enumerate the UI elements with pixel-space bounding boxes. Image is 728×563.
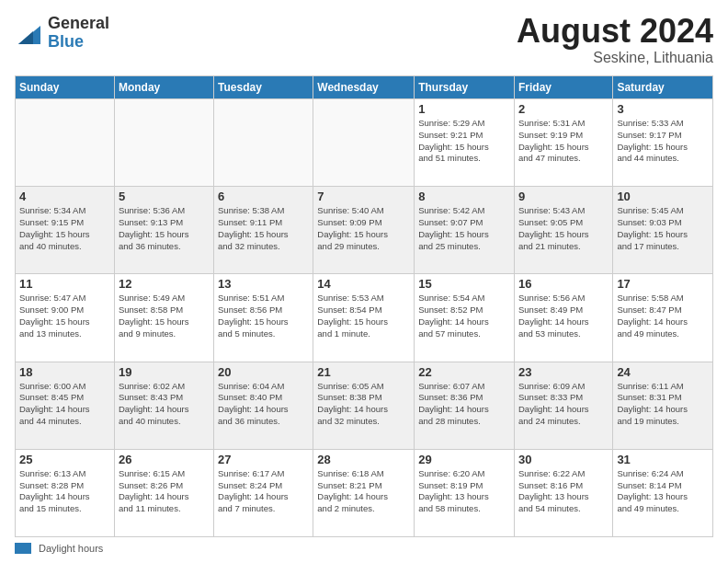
day-info: Sunrise: 5:31 AM Sunset: 9:19 PM Dayligh… [518, 118, 609, 165]
calendar-table: SundayMondayTuesdayWednesdayThursdayFrid… [15, 75, 713, 537]
logo-general-text: General [48, 15, 109, 33]
day-info: Sunrise: 5:38 AM Sunset: 9:11 PM Dayligh… [218, 205, 309, 252]
calendar-day-cell: 3Sunrise: 5:33 AM Sunset: 9:17 PM Daylig… [613, 99, 713, 187]
day-number: 30 [518, 453, 609, 466]
calendar-day-cell: 12Sunrise: 5:49 AM Sunset: 8:58 PM Dayli… [114, 274, 213, 362]
calendar-day-cell: 17Sunrise: 5:58 AM Sunset: 8:47 PM Dayli… [613, 274, 713, 362]
calendar-week-row: 25Sunrise: 6:13 AM Sunset: 8:28 PM Dayli… [16, 449, 713, 536]
day-number: 20 [218, 365, 309, 379]
calendar-day-cell: 2Sunrise: 5:31 AM Sunset: 9:19 PM Daylig… [514, 99, 612, 187]
header-day-sunday: Sunday [16, 76, 115, 99]
title-month: August 2024 [517, 15, 713, 48]
day-number: 15 [418, 277, 510, 291]
day-info: Sunrise: 6:15 AM Sunset: 8:26 PM Dayligh… [119, 468, 210, 515]
day-info: Sunrise: 6:04 AM Sunset: 8:40 PM Dayligh… [218, 381, 309, 428]
calendar-day-cell: 16Sunrise: 5:56 AM Sunset: 8:49 PM Dayli… [514, 274, 612, 362]
calendar-week-row: 18Sunrise: 6:00 AM Sunset: 8:45 PM Dayli… [16, 362, 713, 449]
day-info: Sunrise: 5:42 AM Sunset: 9:07 PM Dayligh… [418, 205, 510, 252]
day-info: Sunrise: 5:29 AM Sunset: 9:21 PM Dayligh… [418, 118, 510, 165]
day-info: Sunrise: 5:54 AM Sunset: 8:52 PM Dayligh… [418, 293, 510, 339]
calendar-day-cell: 31Sunrise: 6:24 AM Sunset: 8:14 PM Dayli… [613, 449, 713, 536]
day-number: 2 [518, 102, 609, 116]
calendar-day-cell: 1Sunrise: 5:29 AM Sunset: 9:21 PM Daylig… [415, 99, 515, 187]
calendar-day-cell: 15Sunrise: 5:54 AM Sunset: 8:52 PM Dayli… [415, 274, 515, 362]
header-day-tuesday: Tuesday [214, 76, 313, 99]
day-info: Sunrise: 6:07 AM Sunset: 8:36 PM Dayligh… [418, 381, 510, 428]
day-info: Sunrise: 6:02 AM Sunset: 8:43 PM Dayligh… [119, 381, 210, 428]
day-info: Sunrise: 5:36 AM Sunset: 9:13 PM Dayligh… [119, 205, 210, 252]
day-number: 1 [418, 102, 510, 116]
calendar-week-row: 11Sunrise: 5:47 AM Sunset: 9:00 PM Dayli… [16, 274, 713, 362]
calendar-day-cell: 18Sunrise: 6:00 AM Sunset: 8:45 PM Dayli… [16, 362, 115, 449]
day-number: 31 [617, 453, 709, 466]
logo: General Blue [15, 15, 109, 52]
day-number: 10 [617, 190, 709, 203]
day-number: 14 [317, 277, 410, 291]
calendar-header-row: SundayMondayTuesdayWednesdayThursdayFrid… [16, 76, 713, 99]
calendar-day-cell [313, 99, 415, 187]
calendar-day-cell: 30Sunrise: 6:22 AM Sunset: 8:16 PM Dayli… [514, 449, 612, 536]
calendar-day-cell: 20Sunrise: 6:04 AM Sunset: 8:40 PM Dayli… [214, 362, 313, 449]
day-number: 6 [218, 190, 309, 203]
footer: Daylight hours [15, 543, 713, 554]
calendar-week-row: 1Sunrise: 5:29 AM Sunset: 9:21 PM Daylig… [16, 99, 713, 187]
day-number: 19 [119, 365, 210, 379]
calendar-day-cell: 27Sunrise: 6:17 AM Sunset: 8:24 PM Dayli… [214, 449, 313, 536]
day-number: 25 [19, 453, 110, 466]
day-info: Sunrise: 5:56 AM Sunset: 8:49 PM Dayligh… [518, 293, 609, 339]
day-info: Sunrise: 5:51 AM Sunset: 8:56 PM Dayligh… [218, 293, 309, 339]
calendar-day-cell: 21Sunrise: 6:05 AM Sunset: 8:38 PM Dayli… [313, 362, 415, 449]
calendar-day-cell: 4Sunrise: 5:34 AM Sunset: 9:15 PM Daylig… [16, 187, 115, 274]
day-info: Sunrise: 5:47 AM Sunset: 9:00 PM Dayligh… [19, 293, 110, 339]
calendar-day-cell: 9Sunrise: 5:43 AM Sunset: 9:05 PM Daylig… [514, 187, 612, 274]
calendar-day-cell: 6Sunrise: 5:38 AM Sunset: 9:11 PM Daylig… [214, 187, 313, 274]
calendar-day-cell: 7Sunrise: 5:40 AM Sunset: 9:09 PM Daylig… [313, 187, 415, 274]
day-number: 29 [418, 453, 510, 466]
calendar-day-cell: 19Sunrise: 6:02 AM Sunset: 8:43 PM Dayli… [114, 362, 213, 449]
calendar-day-cell: 28Sunrise: 6:18 AM Sunset: 8:21 PM Dayli… [313, 449, 415, 536]
calendar-day-cell: 14Sunrise: 5:53 AM Sunset: 8:54 PM Dayli… [313, 274, 415, 362]
day-number: 8 [418, 190, 510, 203]
day-info: Sunrise: 5:34 AM Sunset: 9:15 PM Dayligh… [19, 205, 110, 252]
calendar-day-cell: 11Sunrise: 5:47 AM Sunset: 9:00 PM Dayli… [16, 274, 115, 362]
day-info: Sunrise: 5:53 AM Sunset: 8:54 PM Dayligh… [317, 293, 410, 339]
calendar-day-cell: 10Sunrise: 5:45 AM Sunset: 9:03 PM Dayli… [613, 187, 713, 274]
header-day-thursday: Thursday [415, 76, 515, 99]
header-day-friday: Friday [514, 76, 612, 99]
day-info: Sunrise: 6:20 AM Sunset: 8:19 PM Dayligh… [418, 468, 510, 515]
day-number: 21 [317, 365, 410, 379]
day-number: 7 [317, 190, 410, 203]
calendar-day-cell: 22Sunrise: 6:07 AM Sunset: 8:36 PM Dayli… [415, 362, 515, 449]
legend-label: Daylight hours [39, 543, 103, 554]
logo-text: General Blue [48, 15, 109, 52]
day-number: 22 [418, 365, 510, 379]
header: General Blue August 2024 Seskine, Lithua… [15, 15, 713, 66]
page: General Blue August 2024 Seskine, Lithua… [0, 0, 728, 563]
day-info: Sunrise: 5:45 AM Sunset: 9:03 PM Dayligh… [617, 205, 709, 252]
calendar-day-cell: 29Sunrise: 6:20 AM Sunset: 8:19 PM Dayli… [415, 449, 515, 536]
day-number: 3 [617, 102, 709, 116]
header-day-saturday: Saturday [613, 76, 713, 99]
day-info: Sunrise: 5:43 AM Sunset: 9:05 PM Dayligh… [518, 205, 609, 252]
day-number: 16 [518, 277, 609, 291]
day-number: 4 [19, 190, 110, 203]
calendar-day-cell [214, 99, 313, 187]
day-number: 11 [19, 277, 110, 291]
calendar-week-row: 4Sunrise: 5:34 AM Sunset: 9:15 PM Daylig… [16, 187, 713, 274]
calendar-day-cell: 5Sunrise: 5:36 AM Sunset: 9:13 PM Daylig… [114, 187, 213, 274]
calendar-day-cell: 23Sunrise: 6:09 AM Sunset: 8:33 PM Dayli… [514, 362, 612, 449]
day-info: Sunrise: 6:22 AM Sunset: 8:16 PM Dayligh… [518, 468, 609, 515]
day-info: Sunrise: 6:00 AM Sunset: 8:45 PM Dayligh… [19, 381, 110, 428]
logo-blue-text: Blue [48, 33, 109, 52]
day-number: 24 [617, 365, 709, 379]
header-day-monday: Monday [114, 76, 213, 99]
day-number: 5 [119, 190, 210, 203]
day-info: Sunrise: 6:05 AM Sunset: 8:38 PM Dayligh… [317, 381, 410, 428]
svg-marker-1 [18, 31, 33, 44]
day-number: 13 [218, 277, 309, 291]
day-info: Sunrise: 6:18 AM Sunset: 8:21 PM Dayligh… [317, 468, 410, 515]
day-info: Sunrise: 6:24 AM Sunset: 8:14 PM Dayligh… [617, 468, 709, 515]
day-number: 9 [518, 190, 609, 203]
day-number: 12 [119, 277, 210, 291]
day-number: 28 [317, 453, 410, 466]
